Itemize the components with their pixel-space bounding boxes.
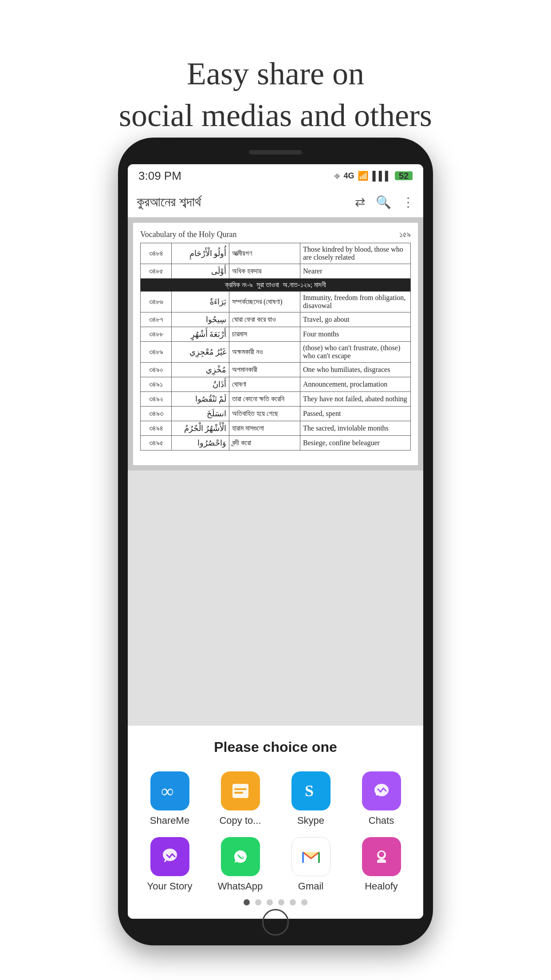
yourstory-label: Your Story bbox=[147, 881, 193, 892]
share-item-shareme[interactable]: ∞ ShareMe bbox=[137, 771, 203, 826]
table-row: ৩৪৯৪ الْأَشْهُرُ الْحُرُمُ হারাম মাসগুলো… bbox=[141, 421, 411, 436]
table-row: ৩৪৯৫ وَاحْصُرُوا বন্দী করো Besiege, conf… bbox=[141, 436, 411, 450]
battery-indicator: 52 bbox=[395, 171, 413, 180]
phone-device: 3:09 PM ⎆ 4G 📶 ▌▌▌ 52 কুরআনের শব্দার্থ ⇄… bbox=[118, 138, 433, 945]
share-item-chats[interactable]: Chats bbox=[348, 771, 414, 826]
toolbar-actions: ⇄ 🔍 ⋮ bbox=[355, 195, 414, 209]
share-options-grid: ∞ ShareMe Copy to... bbox=[137, 771, 414, 892]
share-item-healofy[interactable]: Healofy bbox=[348, 837, 414, 892]
share-item-gmail[interactable]: Gmail bbox=[278, 837, 344, 892]
share-item-whatsapp[interactable]: WhatsApp bbox=[207, 837, 273, 892]
swap-icon[interactable]: ⇄ bbox=[355, 195, 365, 209]
book-header: Vocabulary of the Holy Quran ১৫৯ bbox=[140, 230, 411, 239]
table-row: ৩৪৯০ مُخْزِي অপমানকারী One who humiliate… bbox=[141, 363, 411, 377]
phone-body: 3:09 PM ⎆ 4G 📶 ▌▌▌ 52 কুরআনের শব্দার্থ ⇄… bbox=[118, 138, 433, 945]
share-sheet: Please choice one ∞ ShareMe bbox=[128, 726, 423, 919]
healofy-icon bbox=[362, 837, 401, 876]
search-icon[interactable]: 🔍 bbox=[376, 195, 391, 209]
book-title: Vocabulary of the Holy Quran bbox=[140, 230, 237, 239]
share-item-yourstory[interactable]: Your Story bbox=[137, 837, 203, 892]
whatsapp-label: WhatsApp bbox=[218, 881, 263, 892]
table-row: ৩৪৮৮ أَرْبَعَةَ أَشْهُرٍ চারমাস Four mon… bbox=[141, 327, 411, 342]
app-toolbar: কুরআনের শব্দার্থ ⇄ 🔍 ⋮ bbox=[128, 187, 423, 217]
book-page: Vocabulary of the Holy Quran ১৫৯ ৩৪৮৪ أُ… bbox=[133, 223, 418, 465]
table-row: ৩৪৮৪ أُولُو الْأَرْحَامِ আত্মীয়গণ Those… bbox=[141, 243, 411, 264]
status-icons: ⎆ 4G 📶 ▌▌▌ 52 bbox=[335, 170, 413, 181]
skype-icon: S bbox=[291, 771, 331, 810]
status-bar: 3:09 PM ⎆ 4G 📶 ▌▌▌ 52 bbox=[128, 164, 423, 187]
shareme-icon: ∞ bbox=[150, 771, 189, 810]
table-row: ৩৪৮৯ غَيْرُ مُعْجِزِي অক্ষমকারী নও (thos… bbox=[141, 342, 411, 363]
svg-point-10 bbox=[379, 852, 384, 857]
share-item-skype[interactable]: S Skype bbox=[278, 771, 344, 826]
dot-3 bbox=[267, 899, 273, 905]
table-row: ৩৪৯২ لَمْ تَنْقُصُوا তারা কোনো ক্ষতি করে… bbox=[141, 392, 411, 407]
network-icon: 4G bbox=[343, 171, 354, 181]
more-options-icon[interactable]: ⋮ bbox=[402, 195, 414, 209]
share-sheet-title: Please choice one bbox=[137, 739, 414, 755]
svg-rect-3 bbox=[234, 792, 243, 794]
table-row: ৩৪৮৬ بَرَاءَةٌ সম্পর্কচ্ছেদের (ঘোষণা) Im… bbox=[141, 292, 411, 312]
svg-point-6 bbox=[163, 849, 177, 861]
pagination-dots bbox=[137, 892, 414, 910]
copyto-label: Copy to... bbox=[219, 815, 261, 826]
signal-icon: 📶 bbox=[358, 170, 369, 181]
table-row: ৩৪৮৫ أَوْلَى অধিক হকদার Nearer bbox=[141, 264, 411, 279]
dot-2 bbox=[255, 899, 261, 905]
svg-rect-1 bbox=[232, 784, 248, 798]
vocabulary-table: ৩৪৮৪ أُولُو الْأَرْحَامِ আত্মীয়গণ Those… bbox=[140, 243, 411, 450]
svg-text:S: S bbox=[305, 782, 314, 800]
wifi-icon: ▌▌▌ bbox=[372, 171, 391, 181]
table-row: ৩৪৮৭ سِيحُوا ঘোরা ফেরা করে যাও Travel, g… bbox=[141, 312, 411, 327]
whatsapp-icon bbox=[221, 837, 260, 876]
skype-label: Skype bbox=[297, 815, 324, 826]
header-text: Easy share on social medias and others bbox=[0, 53, 551, 136]
healofy-label: Healofy bbox=[365, 881, 398, 892]
phone-home-button[interactable] bbox=[262, 909, 289, 936]
table-row: ৩৪৯১ أَذَانٌ ঘোষণা Announcement, proclam… bbox=[141, 377, 411, 392]
chats-label: Chats bbox=[369, 815, 394, 826]
page-number: ১৫৯ bbox=[399, 230, 411, 239]
copyto-icon bbox=[221, 771, 260, 810]
bluetooth-icon: ⎆ bbox=[335, 171, 340, 181]
table-row: ৩৪৯৩ انسَلَخَ অতিবাহিত হয়ে গেছে Passed,… bbox=[141, 407, 411, 421]
gmail-label: Gmail bbox=[298, 881, 323, 892]
content-area: Vocabulary of the Holy Quran ১৫৯ ৩৪৮৪ أُ… bbox=[128, 217, 423, 470]
gmail-icon bbox=[291, 837, 331, 876]
yourstory-icon bbox=[150, 837, 189, 876]
section-header-row: ক্রমিক নং-৯ সুরা তাওবা অ.নাত-১২৯; মাদনী bbox=[141, 279, 411, 292]
share-item-copyto[interactable]: Copy to... bbox=[207, 771, 273, 826]
svg-rect-2 bbox=[234, 788, 247, 790]
shareme-label: ShareMe bbox=[150, 815, 189, 826]
dot-5 bbox=[290, 899, 296, 905]
dot-4 bbox=[278, 899, 284, 905]
chats-icon bbox=[362, 771, 401, 810]
phone-screen: 3:09 PM ⎆ 4G 📶 ▌▌▌ 52 কুরআনের শব্দার্থ ⇄… bbox=[128, 164, 423, 919]
phone-speaker bbox=[249, 150, 302, 154]
dot-6 bbox=[301, 899, 307, 905]
app-title: কুরআনের শব্দার্থ bbox=[137, 194, 355, 210]
svg-text:∞: ∞ bbox=[161, 781, 174, 801]
dot-1 bbox=[244, 899, 250, 905]
status-time: 3:09 PM bbox=[138, 169, 181, 183]
